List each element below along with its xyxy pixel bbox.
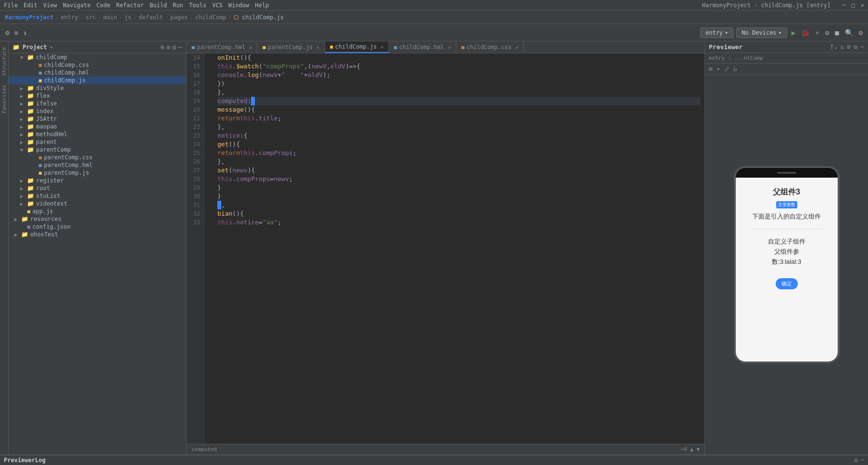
expand-icon[interactable]: ⤢ — [724, 65, 730, 73]
toolbar-icon-1[interactable]: ⚙ — [4, 27, 11, 38]
phone-confirm-button[interactable]: 确定 — [776, 278, 798, 289]
breadcrumb-src[interactable]: src — [86, 14, 96, 21]
tree-item[interactable]: ▶ 📁 register — [9, 177, 186, 184]
devices-selector[interactable]: No Devices ▾ — [736, 27, 787, 38]
code-line-27: set(newv){ — [217, 166, 701, 175]
debug-button[interactable]: 🐞 — [800, 27, 811, 38]
tree-item[interactable]: ▶ 📁 ohosTest — [9, 231, 186, 238]
breadcrumb-entry[interactable]: entry — [61, 14, 78, 21]
text-size-icon[interactable]: Tₐ — [830, 43, 838, 51]
tab-close-icon[interactable]: ✕ — [249, 45, 252, 50]
minimize-button[interactable]: ─ — [842, 2, 845, 9]
previewer-header: Previewer Tₐ ↻ ⊞ ⚙ ─ — [705, 41, 868, 53]
tab-parentcomp-js[interactable]: ◼ parentComp.js ✕ — [257, 41, 325, 53]
menu-view[interactable]: View — [43, 2, 57, 9]
code-line-26: }, — [217, 157, 701, 166]
tree-item[interactable]: ▶ 📁 parent — [9, 138, 186, 146]
breadcrumb-childcomp-folder[interactable]: childComp — [195, 14, 226, 21]
code-line-31: , — [217, 201, 701, 209]
favorites-tab[interactable]: Favorites — [0, 81, 8, 117]
menu-vcs[interactable]: VCS — [212, 2, 223, 9]
search-everywhere-button[interactable]: 🔍 — [843, 27, 855, 38]
hml-icon: ◼ — [191, 44, 195, 51]
toolbar-icon-3[interactable]: ↕ — [22, 27, 28, 38]
tab-close-icon[interactable]: ✕ — [516, 45, 518, 50]
grid-view-icon[interactable]: ⊞ — [709, 65, 713, 73]
layout-icon[interactable]: ⊞ — [847, 43, 851, 51]
menu-help[interactable]: Help — [255, 2, 269, 9]
previewer-settings-icon[interactable]: ⚙ — [854, 43, 857, 51]
log-minimize-icon[interactable]: ─ — [861, 457, 864, 464]
menu-run[interactable]: Run — [173, 2, 183, 9]
run-button[interactable]: ▶ — [790, 27, 797, 38]
tree-item[interactable]: ◼ config.json — [9, 223, 186, 231]
structure-tab[interactable]: Structure — [0, 43, 8, 80]
breadcrumb-js[interactable]: js — [125, 14, 131, 21]
tab-childcomp-hml[interactable]: ◼ childComp.hml ✕ — [389, 41, 456, 53]
breadcrumb-project[interactable]: HarmonyProject — [5, 14, 53, 21]
previewer-minimize-icon[interactable]: ─ — [860, 43, 864, 51]
tree-item[interactable]: ▶ 📁 maopao — [9, 123, 186, 130]
settings-main-button[interactable]: ⚙ — [857, 27, 864, 38]
tree-item[interactable]: ◼ parentComp.hml — [9, 161, 186, 169]
tree-item[interactable]: ▶ 📁 flex — [9, 92, 186, 100]
tree-item[interactable]: ▶ 📁 JSAttr — [9, 115, 186, 123]
code-line-14: onInit(){ — [217, 53, 701, 62]
tree-item[interactable]: ◼ parentComp.css — [9, 154, 186, 161]
tree-item[interactable]: ▼ 📁 parentComp — [9, 146, 186, 154]
tree-item[interactable]: ▶ 📁 resources — [9, 215, 186, 223]
settings-button[interactable]: ⚙ — [824, 27, 830, 38]
refresh-icon[interactable]: ↻ — [841, 43, 844, 51]
tab-parentcomp-hml[interactable]: ◼ parentComp.hml ✕ — [187, 41, 257, 53]
previewer-view-toolbar: ⊞ ▾ ⤢ ↻ — [705, 64, 868, 75]
breadcrumb-main[interactable]: main — [103, 14, 117, 21]
tab-childcomp-css[interactable]: ◼ childComp.css ✕ — [456, 41, 524, 53]
sidebar-settings-icon[interactable]: ⚙ — [172, 43, 176, 51]
menu-refactor[interactable]: Refactor — [116, 2, 144, 9]
tab-childcomp-js[interactable]: ◼ childComp.js ✕ — [325, 41, 389, 53]
tab-close-icon[interactable]: ✕ — [448, 45, 451, 50]
sidebar-close-icon[interactable]: ─ — [178, 43, 182, 51]
previewer-content: 父组件3 文变参数 下面是引入的自定义组件 自定义子组件 父组件参 数:3:la… — [705, 75, 868, 454]
stop-button[interactable]: ■ — [833, 27, 840, 38]
menu-navigate[interactable]: Navigate — [63, 2, 91, 9]
tree-item[interactable]: ▶ 📁 stuList — [9, 192, 186, 200]
code-line-18: }, — [217, 88, 701, 97]
tree-item[interactable]: ◼ app.js — [9, 207, 186, 215]
dropdown-icon[interactable]: ▾ — [717, 65, 720, 73]
tree-item[interactable]: ▶ 📁 divStyle — [9, 84, 186, 92]
sidebar-new-icon[interactable]: ⊕ — [160, 43, 164, 51]
maximize-button[interactable]: □ — [852, 2, 855, 9]
sidebar-header: 📁 Project ▾ ⊕ ≡ ⚙ ─ — [9, 41, 186, 53]
tree-item[interactable]: ▼ 📁 childComp — [9, 53, 186, 61]
tab-close-icon[interactable]: ✕ — [381, 44, 384, 50]
tree-item[interactable]: ▶ 📁 methodHml — [9, 130, 186, 138]
log-header-icons: ⚙ ─ — [855, 457, 864, 464]
tree-item[interactable]: ▶ 📁 ifelse — [9, 100, 186, 107]
entry-selector[interactable]: entry ▾ — [700, 27, 733, 38]
menu-build[interactable]: Build — [150, 2, 167, 9]
code-editor[interactable]: 14 15 16 17 18 19 20 21 22 23 24 25 26 2… — [187, 53, 704, 444]
profile-button[interactable]: ⚡ — [814, 27, 820, 38]
sidebar-collapse-icon[interactable]: ≡ — [166, 43, 170, 51]
menu-code[interactable]: Code — [97, 2, 111, 9]
tree-item[interactable]: ▶ 📁 videotest — [9, 200, 186, 207]
tree-item[interactable]: ◼ childComp.css — [9, 61, 186, 69]
menu-file[interactable]: File — [4, 2, 18, 9]
menu-tools[interactable]: Tools — [189, 2, 206, 9]
breadcrumb-default[interactable]: default — [139, 14, 164, 21]
close-button[interactable]: ✕ — [861, 2, 864, 9]
tab-close-icon[interactable]: ✕ — [317, 45, 320, 50]
tree-item[interactable]: ▶ 📁 index — [9, 107, 186, 115]
rotate-icon[interactable]: ↻ — [733, 65, 737, 73]
breadcrumb-pages[interactable]: pages — [170, 14, 188, 21]
menu-edit[interactable]: Edit — [24, 2, 38, 9]
tree-item[interactable]: ◼ childComp.js — [9, 77, 186, 84]
log-settings-icon[interactable]: ⚙ — [855, 457, 858, 464]
toolbar-icon-2[interactable]: ≡ — [13, 27, 19, 38]
breadcrumb-childcomp-file[interactable]: ⬡ childComp.js — [234, 14, 284, 21]
tree-item[interactable]: ◼ parentComp.js — [9, 169, 186, 177]
menu-window[interactable]: Window — [228, 2, 249, 9]
tree-item[interactable]: ▶ 📁 root — [9, 184, 186, 192]
tree-item[interactable]: ◼ childComp.hml — [9, 69, 186, 77]
